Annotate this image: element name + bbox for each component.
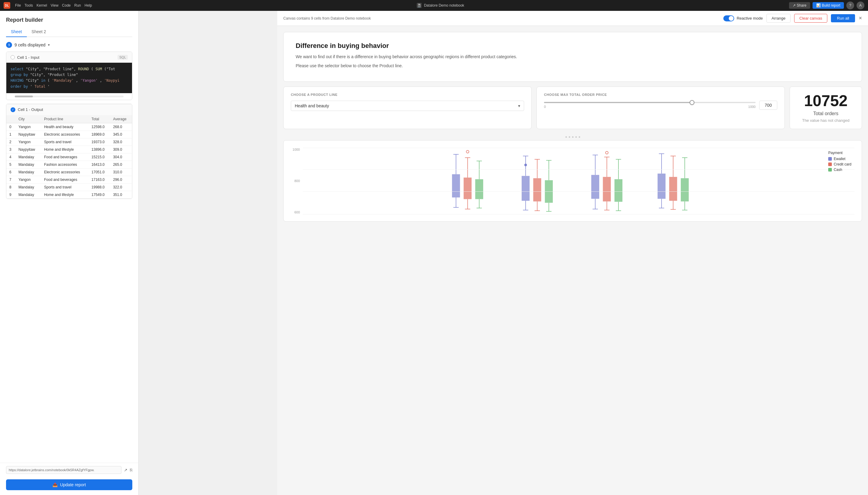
- canvas-controls: Reactive mode Arrange Clear canvas Run a…: [723, 14, 862, 23]
- top-menu: File Tools Kernel View Code Run Help: [15, 3, 92, 7]
- clear-canvas-button[interactable]: Clear canvas: [794, 14, 827, 23]
- open-external-icon[interactable]: ↗: [124, 467, 127, 472]
- cells-count-icon: 9: [6, 42, 12, 48]
- row-cell: Naypyitaw: [15, 146, 41, 153]
- arrange-button[interactable]: Arrange: [766, 14, 791, 23]
- dot2: [569, 136, 570, 138]
- report-builder-panel: Report builder Sheet Sheet 2 9 9 cells d…: [0, 11, 139, 495]
- tab-sheet1[interactable]: Sheet: [6, 27, 27, 37]
- url-input[interactable]: [6, 466, 121, 474]
- legend-ewallet: Ewallet: [828, 157, 851, 161]
- controls-stats-row: CHOOSE A PRODUCT LINE Health and beauty …: [283, 86, 862, 129]
- update-icon: 📤: [52, 482, 57, 487]
- row-cell: 351.0: [110, 191, 132, 198]
- url-bar: ↗ ⎘: [0, 463, 138, 477]
- y-label-600: 600: [291, 210, 300, 214]
- table-row: 1NaypyitawElectronic accessories18969.03…: [6, 131, 132, 138]
- help-icon[interactable]: ?: [846, 1, 854, 9]
- row-cell: 12598.0: [89, 123, 110, 131]
- copy-icon[interactable]: ⎘: [130, 467, 132, 472]
- chart-y-axis: 1000 800 600: [291, 148, 303, 214]
- box-plot-svg: [303, 148, 854, 214]
- row-cell: Mandalay: [15, 183, 41, 191]
- menu-kernel[interactable]: Kernel: [36, 3, 47, 7]
- row-cell: 15215.0: [89, 153, 110, 161]
- table-row: 3NaypyitawHome and lifestyle13896.0309.0: [6, 146, 132, 153]
- cell1-card: Cell 1 - Input SQL select "City", "Produ…: [6, 52, 132, 100]
- close-button[interactable]: ×: [859, 15, 862, 21]
- menu-view[interactable]: View: [51, 3, 58, 7]
- legend-cash: Cash: [828, 168, 851, 172]
- canvas-bar: Canvas contains 9 cells from Datalore De…: [277, 11, 868, 26]
- code-scrollbar[interactable]: [15, 96, 124, 97]
- row-index: 2: [6, 138, 15, 146]
- row-index: 9: [6, 191, 15, 198]
- legend-credit-label: Credit card: [834, 162, 851, 166]
- svg-rect-45: [614, 179, 622, 202]
- legend-ewallet-label: Ewallet: [834, 157, 845, 161]
- update-report-button[interactable]: 📤 Update report: [6, 479, 132, 490]
- cell1-radio[interactable]: [11, 55, 15, 59]
- slider-container: 0 1000: [544, 102, 756, 108]
- row-cell: 268.0: [110, 123, 132, 131]
- reactive-mode-toggle[interactable]: [723, 15, 734, 21]
- reactive-toggle: Reactive mode: [723, 15, 763, 21]
- product-line-dropdown[interactable]: Health and beauty ▾: [291, 101, 524, 111]
- cell1-header-left: Cell 1 - Input: [11, 55, 39, 60]
- avatar[interactable]: A: [856, 1, 864, 9]
- share-button[interactable]: ↗ Share: [789, 2, 810, 9]
- row-cell: Naypyitaw: [15, 131, 41, 138]
- cells-chevron-icon[interactable]: ▾: [48, 43, 50, 47]
- row-cell: 265.0: [110, 161, 132, 168]
- cash-color: [828, 168, 832, 172]
- row-cell: Home and lifestyle: [41, 191, 88, 198]
- grid-line-top: [303, 148, 854, 148]
- chart-legend: Payment Ewallet Credit card Cash: [828, 151, 851, 173]
- col-product: Product line: [41, 115, 88, 123]
- menu-tools[interactable]: Tools: [24, 3, 33, 7]
- menu-run[interactable]: Run: [74, 3, 81, 7]
- row-cell: Mandalay: [15, 168, 41, 176]
- slider-value-box[interactable]: 700: [759, 101, 777, 110]
- chevron-down-icon: ▾: [518, 103, 520, 108]
- row-cell: 17549.0: [89, 191, 110, 198]
- row-cell: 16413.0: [89, 161, 110, 168]
- row-cell: Sports and travel: [41, 138, 88, 146]
- code-select-kw: select: [11, 67, 23, 71]
- menu-file[interactable]: File: [15, 3, 21, 7]
- svg-rect-39: [603, 177, 611, 201]
- legend-cash-label: Cash: [834, 168, 842, 172]
- cell1-type-badge: SQL: [118, 55, 128, 60]
- tab-sheet2[interactable]: Sheet 2: [27, 27, 51, 37]
- stats-card: 10752 Total orders The value has not cha…: [789, 86, 862, 129]
- row-cell: Mandalay: [15, 161, 41, 168]
- row-cell: 296.0: [110, 176, 132, 183]
- col-index: [6, 115, 15, 123]
- row-cell: 18969.0: [89, 131, 110, 138]
- cells-header: 9 9 cells displayed ▾: [6, 42, 132, 48]
- top-bar: DL File Tools Kernel View Code Run Help …: [0, 0, 868, 11]
- menu-help[interactable]: Help: [85, 3, 92, 7]
- row-cell: Home and lifestyle: [41, 146, 88, 153]
- row-cell: 19988.0: [89, 183, 110, 191]
- cell1-output-icon: ✓: [11, 107, 15, 112]
- row-cell: Sports and travel: [41, 183, 88, 191]
- table-row: 9MandalayHome and lifestyle17549.0351.0: [6, 191, 132, 198]
- menu-code[interactable]: Code: [62, 3, 71, 7]
- run-all-button[interactable]: Run all: [831, 14, 855, 22]
- row-index: 0: [6, 123, 15, 131]
- slider-thumb[interactable]: [690, 100, 694, 105]
- svg-rect-34: [591, 175, 599, 199]
- row-cell: Mandalay: [15, 153, 41, 161]
- dot1: [566, 136, 567, 138]
- dropdown-selected: Health and beauty: [295, 103, 329, 108]
- report-title-section: Difference in buying behavior We want to…: [283, 32, 862, 81]
- build-report-button[interactable]: 📊 Build report: [813, 2, 844, 9]
- code-block: select "City", "Product line", ROUND ( S…: [6, 63, 132, 93]
- notebook-icon: 📓: [417, 3, 422, 8]
- report-desc2: Please use the selector below to choose …: [296, 63, 850, 69]
- svg-rect-50: [658, 174, 665, 199]
- svg-rect-18: [522, 176, 530, 201]
- row-cell: Mandalay: [15, 191, 41, 198]
- row-cell: Health and beauty: [41, 123, 88, 131]
